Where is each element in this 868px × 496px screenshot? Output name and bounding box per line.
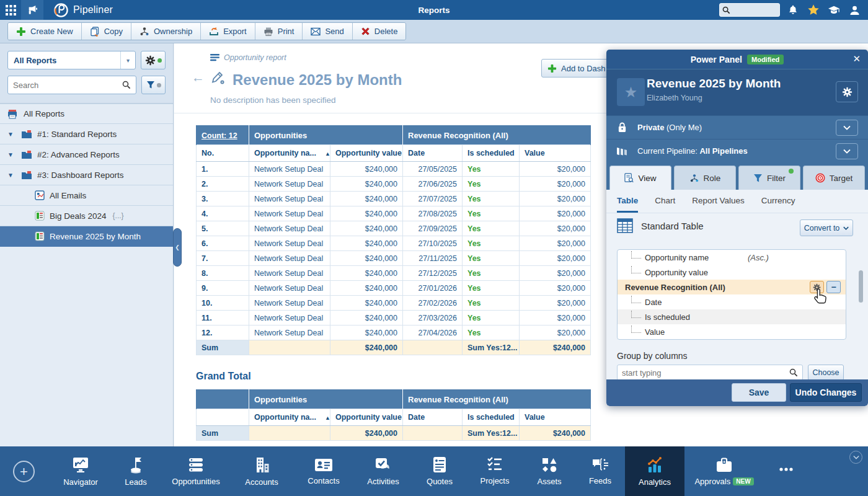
- nav-feeds[interactable]: Feeds: [575, 446, 625, 496]
- privacy-row[interactable]: Private (Only Me): [606, 115, 868, 139]
- learning-button[interactable]: [826, 2, 841, 17]
- sidebar-folder-standard-reports[interactable]: ▼ #1: Standard Reports: [0, 124, 173, 144]
- nav-analytics[interactable]: Analytics: [625, 446, 684, 496]
- sidebar-item-big-deals-2024[interactable]: Big Deals 2024 {...}: [0, 206, 173, 226]
- chevron-expanded-icon[interactable]: ▼: [7, 172, 16, 179]
- chevron-expanded-icon[interactable]: ▼: [7, 151, 16, 158]
- tree-item-is-scheduled[interactable]: Is scheduled: [618, 309, 846, 324]
- sidebar-folder-dashboard-reports[interactable]: ▼ #3: Dashboard Reports: [0, 165, 173, 185]
- subtab-table[interactable]: Table: [617, 196, 638, 213]
- subtab-currency[interactable]: Currency: [761, 196, 795, 213]
- convert-to-button[interactable]: Convert to: [800, 219, 853, 236]
- privacy-expand-button[interactable]: [836, 120, 858, 136]
- table-row[interactable]: 3.Network Setup Deal$240,00027/07/2025Ye…: [197, 192, 591, 206]
- undo-changes-button[interactable]: Undo Changes: [790, 383, 862, 402]
- save-button[interactable]: Save: [732, 383, 786, 402]
- add-to-dashboard-button[interactable]: Add to Dash: [541, 59, 616, 78]
- global-search[interactable]: [719, 3, 780, 17]
- panel-scrollbar-thumb[interactable]: [859, 270, 863, 303]
- nav-opportunities[interactable]: Opportunities: [162, 446, 229, 496]
- ownership-button[interactable]: Ownership: [131, 23, 201, 40]
- sidebar-settings-button[interactable]: [141, 51, 166, 69]
- sidebar-item-revenue-2025-by-month[interactable]: Revenue 2025 by Month: [0, 226, 173, 247]
- table-row[interactable]: 7.Network Setup Deal$240,00027/11/2025Ye…: [197, 251, 591, 266]
- quick-add-button[interactable]: +: [13, 461, 35, 482]
- table-row[interactable]: 11.Network Setup Deal$240,00027/03/2026Y…: [197, 311, 591, 326]
- table-row[interactable]: 2.Network Setup Deal$240,00027/06/2025Ye…: [197, 177, 591, 192]
- nav-quotes[interactable]: Quotes: [413, 446, 466, 496]
- delete-button[interactable]: Delete: [353, 23, 406, 40]
- table-row[interactable]: 4.Network Setup Deal$240,00027/08/2025Ye…: [197, 206, 591, 221]
- nav-activities[interactable]: Activities: [353, 446, 413, 496]
- tab-filter[interactable]: Filter: [738, 166, 800, 190]
- nav-collapse-button[interactable]: [849, 451, 862, 464]
- chevron-expanded-icon[interactable]: ▼: [7, 131, 16, 138]
- sidebar-search[interactable]: [7, 76, 136, 94]
- tree-item-date[interactable]: Date: [618, 294, 846, 309]
- col-opportunity-name[interactable]: Opportunity na...▲: [249, 145, 330, 162]
- notifications-button[interactable]: [786, 2, 800, 17]
- col-date[interactable]: Date: [403, 145, 463, 162]
- tab-target[interactable]: Target: [803, 166, 865, 190]
- tree-item-revenue-recognition[interactable]: Revenue Recognition (All) −: [618, 280, 846, 294]
- table-row[interactable]: 8.Network Setup Deal$240,00027/12/2025Ye…: [197, 266, 591, 281]
- favorites-button[interactable]: [806, 2, 821, 17]
- remove-column-button[interactable]: −: [826, 281, 841, 293]
- sidebar-search-input[interactable]: [13, 81, 122, 90]
- send-button[interactable]: Send: [303, 23, 352, 40]
- pipeline-row[interactable]: Current Pipeline: All Pipelines: [606, 139, 868, 162]
- table-row[interactable]: 9.Network Setup Deal$240,00027/01/2026Ye…: [197, 281, 591, 296]
- sidebar-folder-advanced-reports[interactable]: ▼ #2: Advanced Reports: [0, 144, 173, 165]
- edit-report-button[interactable]: [211, 71, 226, 86]
- sidebar-item-all-emails[interactable]: All Emails: [0, 185, 173, 206]
- nav-more-button[interactable]: [764, 446, 808, 496]
- nav-assets[interactable]: Assets: [523, 446, 575, 496]
- table-row[interactable]: 1.Network Setup Deal$240,00027/05/2025Ye…: [197, 162, 591, 177]
- nav-approvals[interactable]: ApprovalsNEW: [684, 446, 764, 496]
- table-row[interactable]: 6.Network Setup Deal$240,00027/10/2025Ye…: [197, 236, 591, 251]
- table-row[interactable]: 10.Network Setup Deal$240,00027/02/2026Y…: [197, 296, 591, 311]
- back-button[interactable]: ←: [192, 71, 205, 84]
- pipeline-expand-button[interactable]: [836, 143, 858, 159]
- group-by-search[interactable]: [617, 365, 803, 381]
- announcements-button[interactable]: [21, 0, 43, 20]
- choose-button[interactable]: Choose: [808, 365, 844, 381]
- tab-view[interactable]: View: [609, 166, 671, 190]
- sidebar-filter-button[interactable]: [141, 76, 166, 94]
- profile-button[interactable]: [847, 2, 862, 17]
- app-grid-button[interactable]: [0, 0, 21, 20]
- subtab-report-values[interactable]: Report Values: [692, 196, 745, 213]
- count-link[interactable]: Count: 12: [202, 131, 237, 140]
- tree-item-opportunity-value[interactable]: Opportunity value: [618, 265, 846, 280]
- table-row[interactable]: 12.Network Setup Deal$240,00027/04/2026Y…: [197, 326, 591, 340]
- tree-item-value[interactable]: Value: [618, 324, 846, 339]
- panel-settings-button[interactable]: [836, 81, 858, 102]
- report-collection-select[interactable]: All Reports ▾: [7, 51, 136, 69]
- print-button[interactable]: Print: [255, 23, 303, 40]
- column-settings-button[interactable]: [810, 281, 824, 293]
- export-button[interactable]: Export: [201, 23, 255, 40]
- sidebar-collapse-handle[interactable]: ❮: [173, 228, 182, 267]
- sidebar-item-all-reports[interactable]: All Reports: [0, 104, 173, 124]
- global-search-input[interactable]: [730, 6, 776, 14]
- subtab-chart[interactable]: Chart: [655, 196, 675, 213]
- nav-contacts[interactable]: Contacts: [294, 446, 353, 496]
- nav-projects[interactable]: Projects: [466, 446, 523, 496]
- col-is-scheduled[interactable]: Is scheduled: [463, 145, 520, 162]
- col-opportunity-value[interactable]: Opportunity value: [330, 145, 403, 162]
- tab-role[interactable]: Role: [674, 166, 736, 190]
- close-icon[interactable]: ✕: [852, 53, 861, 64]
- tree-item-opportunity-name[interactable]: Opportunity name (Asc.): [618, 250, 846, 265]
- table-row[interactable]: 5.Network Setup Deal$240,00027/09/2025Ye…: [197, 221, 591, 236]
- nav-accounts[interactable]: Accounts: [229, 446, 294, 496]
- subtab-divider: [606, 213, 868, 213]
- report-title: Revenue 2025 by Month: [232, 71, 402, 89]
- col-no[interactable]: No.: [197, 145, 249, 162]
- create-new-button[interactable]: Create New: [8, 23, 82, 40]
- copy-button[interactable]: Copy: [82, 23, 131, 40]
- nav-navigator[interactable]: Navigator: [52, 446, 109, 496]
- nav-leads[interactable]: Leads: [109, 446, 162, 496]
- group-by-input[interactable]: [622, 368, 789, 378]
- favorite-star-tile[interactable]: ★: [617, 78, 645, 106]
- col-value[interactable]: Value: [520, 145, 591, 162]
